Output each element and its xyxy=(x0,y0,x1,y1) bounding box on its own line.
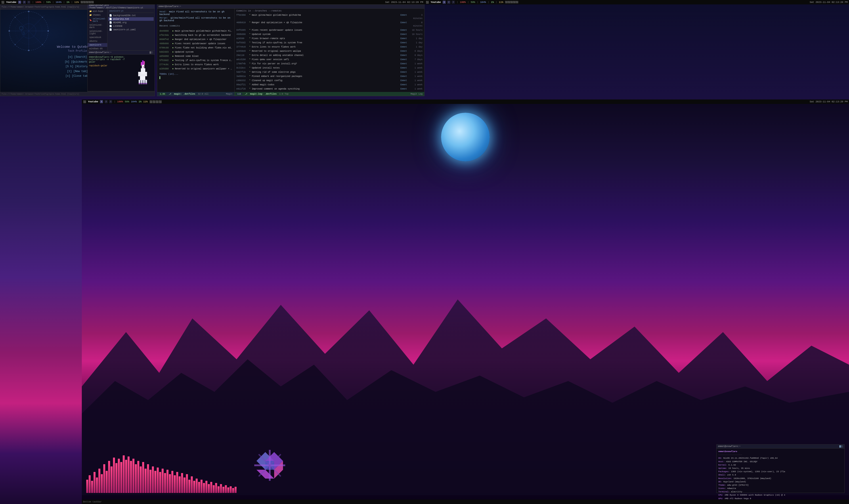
viz-bar-16 xyxy=(123,455,125,493)
log-msg-9: Fixes qemu user session uefi xyxy=(252,58,399,61)
viz-bar-45 xyxy=(193,481,195,493)
topbar-separator5: | xyxy=(71,1,73,3)
nf-icons: Icons: Adwaita xyxy=(718,487,785,490)
viz-bar-50 xyxy=(205,481,207,493)
fm-sidebar-spacedusk[interactable]: spacedusk xyxy=(88,36,107,39)
nixos-logo-svg xyxy=(239,438,301,493)
log-time-5: 1 day xyxy=(412,41,422,44)
topbar-r-separator2: | xyxy=(467,1,469,3)
viz-bar-32 xyxy=(162,469,164,493)
pt-color-indicator: ▓▒░ xyxy=(150,52,153,54)
bottom-ws-2[interactable]: 2 xyxy=(105,100,108,103)
nf-de: DE: Hyprland (Wayland) xyxy=(718,480,785,483)
log-dot-5: * xyxy=(249,41,251,44)
viz-bar-19 xyxy=(130,461,132,493)
log-dot-14: * xyxy=(249,79,251,82)
git-log-entry-12: 5dd7f1b * Getting rid of some electron p… xyxy=(236,70,422,74)
log-dot-4: * xyxy=(249,37,251,40)
fm-file-yaml[interactable]: 📄 uwunicorn-yt.yaml xyxy=(108,28,153,31)
fm-sidebar-sel-light[interactable]: selenized-light xyxy=(88,30,107,36)
log-msg-15: Added magit-todos xyxy=(252,83,399,86)
topbar-bat: 11% xyxy=(74,1,79,3)
topbar-r-ws: 1 2 3 xyxy=(442,1,455,4)
log-time-3: 18 hours xyxy=(412,33,422,36)
topbar-r-separator: | xyxy=(456,1,458,3)
log-msg-14: Cleaned up magit config xyxy=(252,79,399,82)
viz-bar-18 xyxy=(128,456,130,493)
log-author-9: Emmet xyxy=(400,58,410,61)
viz-bar-46 xyxy=(196,479,198,493)
fm-file-bg256[interactable]: 📄 background256.txt xyxy=(108,14,153,17)
ws-2[interactable]: 2 xyxy=(23,1,26,4)
topbar-time: Sat 2023-11-04 02:13:20 PM xyxy=(385,1,423,3)
topbar-io: 104% xyxy=(55,1,61,3)
log-author-14: Emmet xyxy=(400,79,410,82)
svg-rect-28 xyxy=(143,67,144,68)
sb-branch-icon: ⎇ xyxy=(169,93,171,95)
fm-sidebar-uwunicorn[interactable]: uwunicorn xyxy=(88,43,107,47)
sb-r-branch-name: magit-log: .dotfiles xyxy=(250,93,276,95)
fm-sidebar-windows95[interactable]: windows-95 xyxy=(88,47,107,51)
cursor-indicator: ▋ xyxy=(159,76,232,79)
fm-sidebar-sel-dark1[interactable]: 🔖 selenized-dark xyxy=(88,17,107,23)
viz-bar-38 xyxy=(176,472,178,493)
log-msg-10: Fix for nix parser on install.org? xyxy=(252,62,399,66)
ws-1[interactable]: 1 xyxy=(18,1,21,4)
git-log-entry-14: c008332 * Cleaned up magit config Emmet … xyxy=(236,78,422,83)
magit-statusbar-left: 1.8k ⎇ magit: .dotfiles 32:0 All Magit xyxy=(157,92,235,96)
log-hash-3: 499b666 xyxy=(236,33,248,36)
svg-point-10 xyxy=(48,30,49,32)
fm-sidebar-aid-hope[interactable]: 📁 aid-hope xyxy=(88,10,107,13)
bottom-ws-1[interactable]: 1 xyxy=(100,100,103,103)
viz-bar-61 xyxy=(232,488,234,493)
magit-titlebar: emmet@snowflare:~ xyxy=(157,5,424,8)
pt-title-text: emmet@snowflare:~ xyxy=(89,51,111,54)
topbar-right: ⬛ Youtube 1 2 3 | 100% | 59% | 104% | 1%… xyxy=(424,0,849,4)
viz-bar-54 xyxy=(215,483,217,493)
bottom-time: Sat 2023-11-04 02:13:20 PM xyxy=(810,100,848,103)
viz-bar-57 xyxy=(222,487,224,493)
ws-r-3[interactable]: 3 xyxy=(452,1,455,4)
fm-sidebar-themes[interactable]: 📁 themes xyxy=(88,13,107,17)
viz-bar-22 xyxy=(137,461,139,493)
viz-bar-10 xyxy=(108,461,110,493)
file-icon-5: 📄 xyxy=(109,28,112,31)
log-author-0: Emmet xyxy=(400,14,410,20)
bottom-ws-3[interactable]: 3 xyxy=(109,100,112,103)
nf-packages: Packages: 1303 (nix-system), 1355 (nix-u… xyxy=(718,470,785,473)
viz-bar-41 xyxy=(183,478,185,493)
viz-bar-23 xyxy=(140,466,142,493)
viz-bar-4 xyxy=(93,472,95,493)
log-time-2: 18 hours xyxy=(412,29,422,32)
topbar-r-time: Sat 2023-11-04 02:13:20 PM xyxy=(810,1,848,3)
ws-r-1[interactable]: 1 xyxy=(442,1,446,4)
git-commit-7: a958d60 ● Removed some bloat xyxy=(159,54,232,58)
svg-rect-29 xyxy=(139,83,140,84)
nf-host: Host: ASUS COMPUTER INC. G513QY xyxy=(718,460,785,463)
topbar-r-icons: ⬛⬛⬛⬛⬛ xyxy=(505,1,518,3)
sb-r-indicator: 11k xyxy=(236,93,242,95)
ws-3[interactable]: 3 xyxy=(27,1,30,4)
log-time-16: 1 week xyxy=(412,87,422,91)
ws-r-2[interactable]: 2 xyxy=(447,1,450,4)
moon-bottom xyxy=(441,113,490,161)
nf-kernel: Kernel: 6.1.62 xyxy=(718,463,785,467)
fm-file-polarity[interactable]: 📄 polarity.txt xyxy=(108,17,153,21)
fm-file-readme[interactable]: 📄 README.org xyxy=(108,21,153,24)
topbar-r-mem: 59% xyxy=(471,1,475,3)
fm-sidebar-ubuntu[interactable]: ubuntu xyxy=(88,39,107,43)
viz-bar-21 xyxy=(135,464,137,493)
bottom-io: 104% xyxy=(131,100,137,103)
fm-file-license[interactable]: 📄 LICENSE xyxy=(108,24,153,28)
topbar-r-separator3: | xyxy=(477,1,478,3)
viz-bar-27 xyxy=(149,470,151,493)
pokemon-content: emmet@snowflare:~$ pokemon-colorscripts … xyxy=(88,55,155,91)
log-hash-15: 99a2f21 xyxy=(236,83,248,86)
log-hash-2: 94f6365 xyxy=(236,29,248,32)
viz-bar-1 xyxy=(86,480,88,493)
fm-sidebar-sel-dark2[interactable]: selenized-dark xyxy=(88,23,107,30)
viz-bar-14 xyxy=(118,459,120,493)
sb-r-position: 1:0 Top xyxy=(279,93,289,95)
log-author-10: Emmet xyxy=(400,62,410,66)
folder-icon-3: 🔖 xyxy=(89,19,92,21)
